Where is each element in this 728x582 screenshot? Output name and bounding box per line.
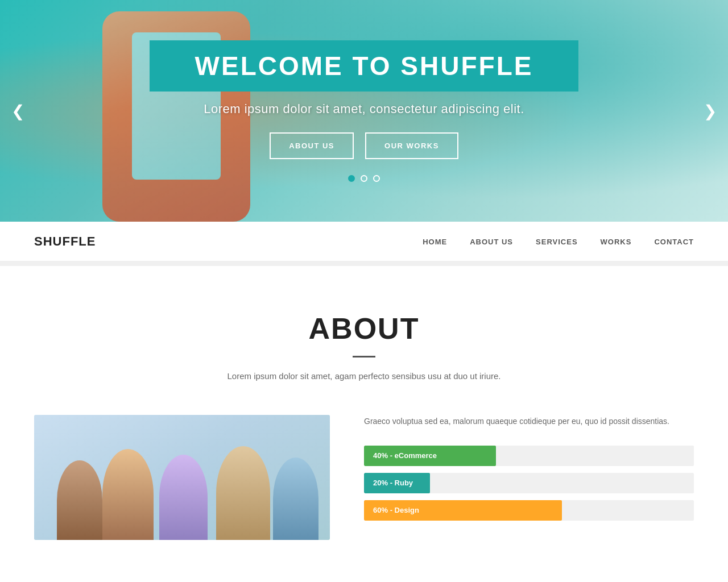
hero-prev-arrow[interactable]: ❮ (11, 102, 24, 120)
about-title: ABOUT (34, 311, 694, 346)
skill-bar-design-fill: 60% - Design (364, 500, 562, 521)
nav-link-contact[interactable]: CONTACT (654, 238, 694, 246)
section-divider (0, 261, 728, 266)
hero-subtitle: Lorem ipsum dolor sit amet, consectetur … (204, 102, 524, 117)
person-4 (216, 446, 270, 540)
about-text-block: Graeco voluptua sed ea, malorum quaeque … (364, 415, 694, 527)
nav-item-services[interactable]: SERVICES (536, 236, 578, 247)
navbar: SHUFFLE HOME ABOUT US SERVICES WORKS CON… (0, 222, 728, 261)
skill-bar-ruby-fill: 20% - Ruby (364, 473, 430, 493)
skill-bar-ecommerce-bg: 40% - eCommerce (364, 446, 694, 466)
nav-item-about[interactable]: ABOUT US (470, 236, 513, 247)
skill-bar-design-bg: 60% - Design (364, 500, 694, 521)
hero-content: WELCOME TO SHUFFLE Lorem ipsum dolor sit… (150, 40, 579, 182)
skill-bar-ruby-bg: 20% - Ruby (364, 473, 694, 493)
about-team-image (34, 415, 330, 540)
skill-label-ruby: 20% - Ruby (373, 479, 413, 487)
hero-title-box: WELCOME TO SHUFFLE (150, 40, 579, 92)
nav-item-home[interactable]: HOME (423, 236, 447, 247)
about-description: Graeco voluptua sed ea, malorum quaeque … (364, 415, 694, 429)
skill-bar-design: 60% - Design (364, 500, 694, 521)
hero-buttons: ABOUT US OUR WORKS (270, 132, 458, 159)
about-section: ABOUT Lorem ipsum dolor sit amet, agam p… (0, 266, 728, 574)
skill-label-design: 60% - Design (373, 506, 419, 514)
hero-next-arrow[interactable]: ❯ (704, 102, 717, 120)
nav-link-home[interactable]: HOME (423, 238, 447, 246)
nav-link-services[interactable]: SERVICES (536, 238, 578, 246)
skill-label-ecommerce: 40% - eCommerce (373, 451, 437, 460)
nav-item-contact[interactable]: CONTACT (654, 236, 694, 247)
person-3 (159, 455, 208, 540)
person-2 (102, 449, 154, 540)
skill-bar-ecommerce: 40% - eCommerce (364, 446, 694, 466)
about-subtitle: Lorem ipsum dolor sit amet, agam perfect… (34, 371, 694, 381)
about-header: ABOUT Lorem ipsum dolor sit amet, agam p… (34, 311, 694, 381)
nav-links: HOME ABOUT US SERVICES WORKS CONTACT (423, 236, 694, 247)
hero-dots (348, 175, 380, 182)
skill-bar-ruby: 20% - Ruby (364, 473, 694, 493)
about-us-button[interactable]: ABOUT US (270, 132, 354, 159)
hero-dot-2[interactable] (361, 175, 367, 182)
about-content: Graeco voluptua sed ea, malorum quaeque … (34, 415, 694, 540)
our-works-button[interactable]: OUR WORKS (365, 132, 458, 159)
nav-link-works[interactable]: WORKS (601, 238, 632, 246)
hero-title: WELCOME TO SHUFFLE (195, 51, 533, 81)
skill-bar-ecommerce-fill: 40% - eCommerce (364, 446, 496, 466)
nav-logo[interactable]: SHUFFLE (34, 234, 96, 249)
nav-link-about[interactable]: ABOUT US (470, 238, 513, 246)
about-title-divider (353, 356, 375, 357)
person-5 (273, 458, 318, 540)
hero-section: ❮ ❯ WELCOME TO SHUFFLE Lorem ipsum dolor… (0, 0, 728, 222)
nav-item-works[interactable]: WORKS (601, 236, 632, 247)
hero-dot-1[interactable] (348, 175, 355, 182)
person-1 (57, 460, 102, 540)
hero-dot-3[interactable] (373, 175, 380, 182)
